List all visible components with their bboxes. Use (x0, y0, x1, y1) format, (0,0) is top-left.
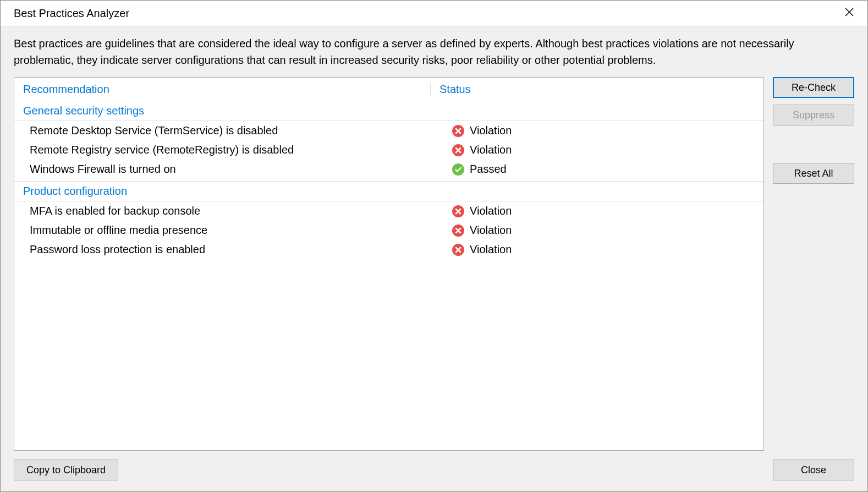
table-row[interactable]: Remote Desktop Service (TermService) is … (14, 121, 763, 140)
recommendation-text: Remote Registry service (RemoteRegistry)… (30, 144, 430, 156)
footer: Copy to Clipboard Close (14, 460, 854, 480)
copy-clipboard-button[interactable]: Copy to Clipboard (14, 460, 118, 480)
dialog-window: Best Practices Analyzer Best practices a… (0, 0, 868, 492)
table-row[interactable]: Password loss protection is enabled Viol… (14, 240, 763, 259)
passed-icon (452, 163, 464, 176)
recommendation-text: Immutable or offline media presence (30, 224, 430, 237)
column-recommendation[interactable]: Recommendation (23, 83, 430, 96)
status-cell: Violation (430, 124, 755, 137)
status-text: Violation (470, 205, 512, 217)
violation-icon (452, 205, 464, 217)
table-row[interactable]: Remote Registry service (RemoteRegistry)… (14, 140, 763, 160)
close-icon[interactable] (840, 5, 859, 21)
status-cell: Violation (430, 205, 755, 217)
status-text: Violation (470, 144, 512, 156)
violation-icon (452, 244, 464, 256)
violation-icon (452, 225, 464, 237)
status-cell: Violation (430, 243, 755, 256)
table-row[interactable]: Immutable or offline media presence Viol… (14, 221, 763, 240)
group-header: Product configuration (14, 181, 763, 201)
titlebar: Best Practices Analyzer (1, 1, 867, 26)
recommendation-text: Windows Firewall is turned on (30, 163, 430, 176)
recommendation-text: Remote Desktop Service (TermService) is … (30, 124, 430, 137)
suppress-button[interactable]: Suppress (773, 105, 854, 125)
status-text: Passed (470, 163, 507, 176)
status-cell: Violation (430, 144, 755, 156)
side-buttons: Re-Check Suppress Reset All (773, 77, 854, 451)
close-button[interactable]: Close (773, 460, 854, 480)
table-row[interactable]: Windows Firewall is turned on Passed (14, 160, 763, 179)
recommendation-text: MFA is enabled for backup console (30, 205, 430, 217)
results-table: Recommendation Status General security s… (14, 77, 764, 451)
dialog-title: Best Practices Analyzer (14, 7, 129, 20)
recommendation-text: Password loss protection is enabled (30, 243, 430, 256)
description-text: Best practices are guidelines that are c… (14, 35, 854, 68)
status-text: Violation (470, 124, 512, 137)
dialog-content: Best practices are guidelines that are c… (1, 26, 867, 491)
table-row[interactable]: MFA is enabled for backup console Violat… (14, 201, 763, 221)
group-header: General security settings (14, 101, 763, 121)
recheck-button[interactable]: Re-Check (773, 77, 854, 98)
status-text: Violation (470, 224, 512, 237)
status-text: Violation (470, 243, 512, 256)
column-status[interactable]: Status (430, 83, 755, 96)
table-header: Recommendation Status (14, 78, 763, 101)
main-row: Recommendation Status General security s… (14, 77, 854, 451)
status-cell: Violation (430, 224, 755, 237)
violation-icon (452, 144, 464, 156)
status-cell: Passed (430, 163, 755, 176)
reset-all-button[interactable]: Reset All (773, 163, 854, 184)
violation-icon (452, 125, 464, 137)
